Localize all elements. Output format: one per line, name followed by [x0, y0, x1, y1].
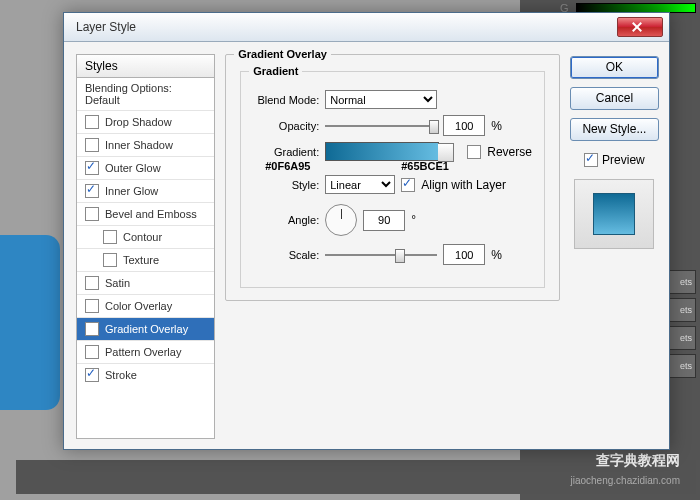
style-label: Pattern Overlay [105, 346, 181, 358]
style-label: Inner Glow [105, 185, 158, 197]
preview-checkbox[interactable] [584, 153, 598, 167]
style-label-text: Style: [253, 179, 319, 191]
style-label: Inner Shadow [105, 139, 173, 151]
angle-dial[interactable] [325, 204, 357, 236]
align-label: Align with Layer [421, 178, 506, 192]
style-outer-glow[interactable]: Outer Glow [77, 156, 214, 179]
preview-thumbnail [593, 193, 635, 235]
style-gradient-overlay[interactable]: Gradient Overlay [77, 317, 214, 340]
cancel-button[interactable]: Cancel [570, 87, 659, 110]
checkbox-icon[interactable] [103, 230, 117, 244]
style-inner-shadow[interactable]: Inner Shadow [77, 133, 214, 156]
close-icon[interactable] [617, 17, 663, 37]
checkbox-icon[interactable] [85, 322, 99, 336]
style-label: Gradient Overlay [105, 323, 188, 335]
reverse-checkbox[interactable] [467, 145, 481, 159]
scale-label: Scale: [253, 249, 319, 261]
preview-box [574, 179, 654, 249]
angle-input[interactable] [363, 210, 405, 231]
styles-header[interactable]: Styles [76, 54, 215, 78]
style-stroke[interactable]: Stroke [77, 363, 214, 386]
percent-label-2: % [491, 248, 502, 262]
style-label: Drop Shadow [105, 116, 172, 128]
buttons-column: OK Cancel New Style... Preview [570, 54, 659, 439]
styles-column: Styles Blending Options: Default Drop Sh… [76, 54, 215, 439]
checkbox-icon[interactable] [85, 276, 99, 290]
style-label: Contour [123, 231, 162, 243]
reverse-label: Reverse [487, 145, 532, 159]
options-column: Gradient Overlay Gradient Blend Mode: No… [225, 54, 560, 439]
opacity-slider[interactable] [325, 118, 437, 134]
style-label: Stroke [105, 369, 137, 381]
checkbox-icon[interactable] [85, 161, 99, 175]
style-texture[interactable]: Texture [77, 248, 214, 271]
inner-group-title: Gradient [249, 65, 302, 77]
style-drop-shadow[interactable]: Drop Shadow [77, 110, 214, 133]
styles-list: Blending Options: Default Drop Shadow In… [76, 78, 215, 439]
checkbox-icon[interactable] [85, 368, 99, 382]
canvas-shape [0, 235, 60, 410]
style-satin[interactable]: Satin [77, 271, 214, 294]
style-label: Bevel and Emboss [105, 208, 197, 220]
style-bevel-emboss[interactable]: Bevel and Emboss [77, 202, 214, 225]
percent-label: % [491, 119, 502, 133]
gradient-overlay-group: Gradient Overlay Gradient Blend Mode: No… [225, 54, 560, 301]
color-code-2: #65BCE1 [401, 160, 449, 172]
opacity-input[interactable] [443, 115, 485, 136]
style-color-overlay[interactable]: Color Overlay [77, 294, 214, 317]
style-select[interactable]: Linear [325, 175, 395, 194]
blending-options-label: Blending Options: Default [85, 82, 206, 106]
style-label: Color Overlay [105, 300, 172, 312]
blend-mode-label: Blend Mode: [253, 94, 319, 106]
bottom-panel [16, 460, 696, 494]
checkbox-icon[interactable] [85, 345, 99, 359]
blend-mode-select[interactable]: Normal [325, 90, 437, 109]
scale-slider[interactable] [325, 247, 437, 263]
style-contour[interactable]: Contour [77, 225, 214, 248]
checkbox-icon[interactable] [85, 115, 99, 129]
opacity-label: Opacity: [253, 120, 319, 132]
titlebar[interactable]: Layer Style [64, 13, 669, 42]
checkbox-icon[interactable] [85, 299, 99, 313]
style-inner-glow[interactable]: Inner Glow [77, 179, 214, 202]
checkbox-icon[interactable] [85, 184, 99, 198]
gradient-label: Gradient: [253, 146, 319, 158]
gradient-swatch[interactable] [325, 142, 439, 161]
scale-input[interactable] [443, 244, 485, 265]
checkbox-icon[interactable] [85, 207, 99, 221]
ok-button[interactable]: OK [570, 56, 659, 79]
style-label: Outer Glow [105, 162, 161, 174]
group-title: Gradient Overlay [234, 48, 331, 60]
checkbox-icon[interactable] [103, 253, 117, 267]
degree-label: ° [411, 213, 416, 227]
chevron-down-icon [441, 149, 449, 154]
new-style-button[interactable]: New Style... [570, 118, 659, 141]
blending-options-item[interactable]: Blending Options: Default [77, 78, 214, 110]
preview-label: Preview [602, 153, 645, 167]
style-pattern-overlay[interactable]: Pattern Overlay [77, 340, 214, 363]
layer-style-dialog: Layer Style Styles Blending Options: Def… [63, 12, 670, 450]
align-checkbox[interactable] [401, 178, 415, 192]
dialog-title: Layer Style [68, 20, 136, 34]
checkbox-icon[interactable] [85, 138, 99, 152]
style-label: Texture [123, 254, 159, 266]
gradient-group: Gradient Blend Mode: Normal Opacity: [240, 71, 545, 288]
angle-label: Angle: [253, 214, 319, 226]
style-label: Satin [105, 277, 130, 289]
color-code-1: #0F6A95 [265, 160, 310, 172]
